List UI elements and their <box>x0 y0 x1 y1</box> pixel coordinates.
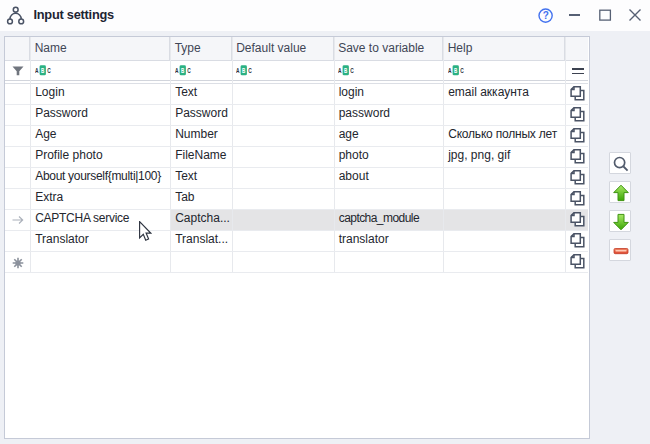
svg-text:A: A <box>338 67 342 74</box>
svg-text:B: B <box>454 67 457 74</box>
svg-text:A: A <box>236 67 240 74</box>
svg-text:A: A <box>175 67 179 74</box>
svg-text:B: B <box>344 67 347 74</box>
svg-text:?: ? <box>542 10 548 21</box>
svg-text:C: C <box>187 67 191 74</box>
svg-text:C: C <box>350 67 354 74</box>
svg-text:B: B <box>242 67 245 74</box>
svg-text:C: C <box>460 67 464 74</box>
svg-text:A: A <box>448 67 452 74</box>
svg-text:B: B <box>181 67 184 74</box>
svg-text:C: C <box>47 67 51 74</box>
svg-text:B: B <box>41 67 44 74</box>
svg-text:C: C <box>248 67 252 74</box>
svg-text:A: A <box>35 67 39 74</box>
